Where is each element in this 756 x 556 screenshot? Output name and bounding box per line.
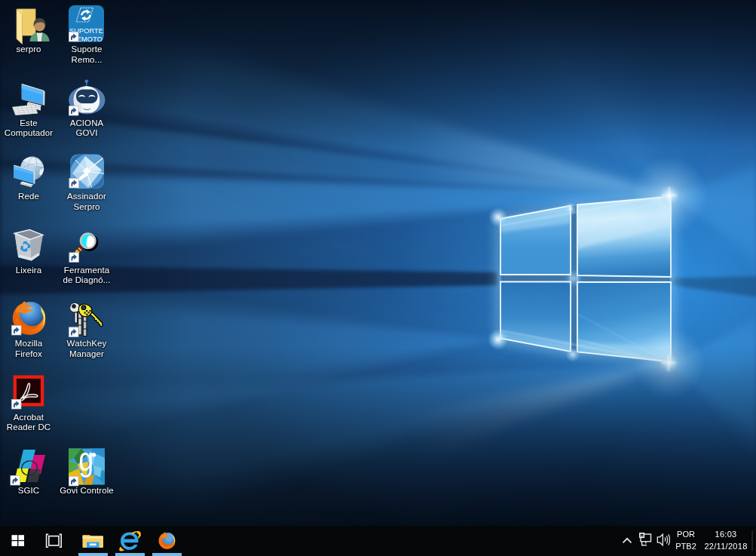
svg-text:g: g <box>78 441 93 478</box>
